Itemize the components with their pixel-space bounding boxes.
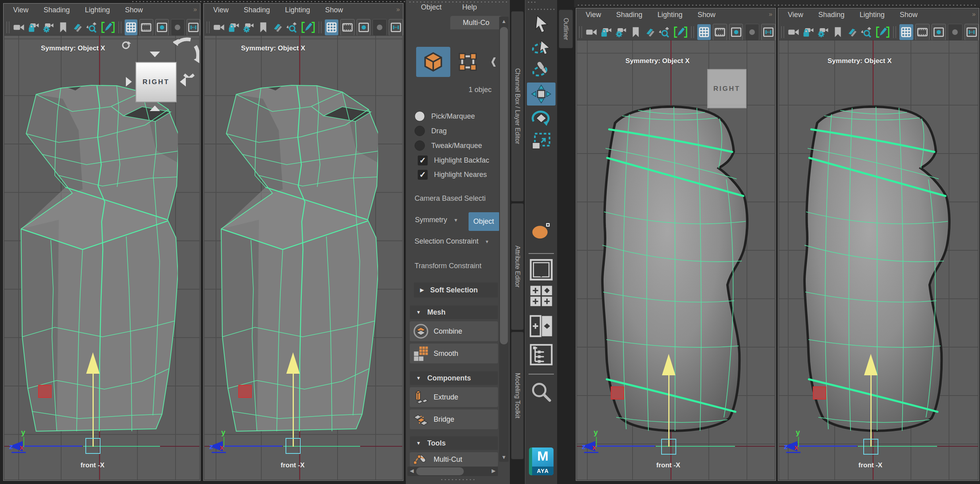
grid-button[interactable] bbox=[899, 24, 913, 40]
select-camera-icon[interactable] bbox=[213, 21, 226, 34]
section-mesh[interactable]: ▼ Mesh bbox=[410, 305, 498, 319]
view-cube-rotate-arrows[interactable] bbox=[173, 35, 199, 78]
toolbox-drag-handle[interactable] bbox=[527, 8, 556, 12]
manipulator-y-arrow[interactable] bbox=[864, 354, 878, 375]
highlight-nearest-checkbox[interactable]: ✓ bbox=[418, 170, 428, 180]
viewport-canvas[interactable]: Symmetry: Object X RIGHT y z x front -X bbox=[577, 40, 775, 480]
image-plane-icon[interactable] bbox=[71, 21, 84, 34]
pane-drag-handle[interactable] bbox=[131, 0, 405, 3]
viewport-canvas[interactable]: Symmetry: Object X y z x front -X bbox=[204, 35, 402, 480]
vertex-mode-button[interactable] bbox=[457, 51, 479, 75]
viewport-menu-show[interactable]: Show bbox=[900, 11, 918, 23]
manipulator-center-handle[interactable] bbox=[286, 438, 301, 454]
viewport-menu-show[interactable]: Show bbox=[698, 11, 716, 23]
grid-button[interactable] bbox=[697, 24, 711, 40]
lasso-tool[interactable] bbox=[531, 37, 552, 56]
viewport-menu-show[interactable]: Show bbox=[325, 6, 343, 18]
layout-two-pane-button[interactable] bbox=[530, 314, 553, 338]
bridge-button[interactable]: Bridge bbox=[410, 409, 498, 429]
bookmarks-icon[interactable] bbox=[831, 25, 844, 39]
camera-attributes-icon[interactable] bbox=[615, 25, 627, 39]
image-plane-icon[interactable] bbox=[272, 21, 284, 34]
resolution-gate-button[interactable] bbox=[155, 19, 169, 36]
scrollbar-thumb[interactable] bbox=[416, 467, 464, 475]
smooth-button[interactable]: Smooth bbox=[410, 344, 498, 363]
select-tool[interactable] bbox=[531, 14, 552, 33]
vertical-scrollbar[interactable]: ▲ ▼ bbox=[499, 17, 509, 462]
multi-component-mode-button[interactable] bbox=[416, 47, 450, 77]
field-chart-button[interactable] bbox=[389, 19, 403, 36]
resolution-gate-button[interactable] bbox=[357, 19, 371, 36]
select-camera-icon[interactable] bbox=[585, 25, 598, 39]
view-cube-right-arrow[interactable] bbox=[180, 77, 186, 86]
grease-pencil-icon[interactable] bbox=[301, 21, 315, 34]
view-cube-up-arrow[interactable] bbox=[150, 52, 160, 57]
drag-radio[interactable] bbox=[415, 126, 425, 136]
gate-mask-button[interactable] bbox=[171, 19, 184, 36]
camera-attributes-icon[interactable] bbox=[42, 21, 55, 34]
lock-camera-icon[interactable] bbox=[228, 21, 240, 34]
gate-mask-button[interactable] bbox=[372, 19, 387, 36]
bookmarks-icon[interactable] bbox=[257, 21, 270, 34]
paint-select-tool[interactable] bbox=[531, 60, 552, 79]
gate-mask-button[interactable] bbox=[948, 24, 962, 40]
manipulator-center-handle[interactable] bbox=[661, 439, 676, 455]
tab-channel-box-layer-editor[interactable]: Channel Box / Layer Editor bbox=[511, 11, 524, 202]
tab-outliner[interactable]: Outliner bbox=[559, 10, 573, 48]
search-icon[interactable] bbox=[530, 381, 552, 403]
horizontal-scrollbar[interactable]: ◀ ▶ bbox=[407, 467, 498, 476]
manipulator-x-handle[interactable] bbox=[813, 386, 826, 399]
viewport-menu-lighting[interactable]: Lighting bbox=[285, 6, 310, 18]
tab-attribute-editor[interactable]: Attribute Editor bbox=[511, 203, 524, 330]
lock-camera-icon[interactable] bbox=[802, 25, 815, 39]
bookmarks-icon[interactable] bbox=[629, 25, 642, 39]
layout-four-pane-button[interactable] bbox=[530, 285, 553, 307]
panel-drag-handle[interactable] bbox=[440, 478, 476, 481]
section-tools[interactable]: ▼ Tools bbox=[410, 436, 498, 450]
extrude-button[interactable]: Extrude bbox=[410, 387, 498, 407]
film-gate-button[interactable] bbox=[139, 19, 153, 36]
field-chart-button[interactable] bbox=[965, 24, 979, 40]
viewport-canvas[interactable]: Symmetry: Object X RIGHT y z x front -X bbox=[4, 35, 199, 480]
viewport-menu-lighting[interactable]: Lighting bbox=[85, 6, 110, 18]
film-gate-button[interactable] bbox=[915, 24, 930, 40]
lock-camera-icon[interactable] bbox=[27, 21, 40, 34]
manipulator-center-handle[interactable] bbox=[863, 439, 878, 455]
viewport-menu-view[interactable]: View bbox=[586, 11, 601, 23]
pick-marquee-radio[interactable] bbox=[415, 111, 425, 121]
bookmarks-icon[interactable] bbox=[57, 21, 69, 34]
scroll-right-arrow[interactable]: ▶ bbox=[492, 468, 496, 474]
soft-modification-tool[interactable] bbox=[531, 221, 552, 240]
viewport-canvas[interactable]: Symmetry: Object X y z x front -X bbox=[779, 40, 978, 480]
manipulator-x-handle[interactable] bbox=[38, 385, 52, 398]
manipulator-x-handle[interactable] bbox=[611, 386, 624, 399]
viewport-menu-view[interactable]: View bbox=[788, 11, 803, 23]
menu-overflow-icon[interactable]: » bbox=[396, 6, 399, 13]
grid-button[interactable] bbox=[325, 19, 338, 35]
film-gate-button[interactable] bbox=[340, 19, 355, 36]
scroll-up-arrow[interactable]: ▲ bbox=[499, 18, 509, 24]
viewport-menu-show[interactable]: Show bbox=[125, 6, 143, 18]
object-menu[interactable]: Object bbox=[421, 3, 442, 12]
pane-drag-handle[interactable] bbox=[577, 4, 978, 6]
menu-overflow-icon[interactable]: » bbox=[972, 11, 975, 18]
field-chart-button[interactable] bbox=[187, 19, 200, 36]
view-cube[interactable]: RIGHT bbox=[707, 69, 747, 108]
layout-pane-outliner-button[interactable] bbox=[530, 343, 553, 367]
tab-modeling-toolkit[interactable]: Modeling Toolkit bbox=[511, 332, 524, 459]
field-chart-button[interactable] bbox=[761, 24, 776, 40]
camera-attributes-icon[interactable] bbox=[817, 25, 830, 39]
view-cube-down-arrow[interactable] bbox=[150, 106, 160, 111]
section-components[interactable]: ▼ Components bbox=[410, 371, 498, 385]
select-camera-icon[interactable] bbox=[13, 21, 25, 34]
grid-button[interactable] bbox=[125, 19, 137, 35]
expand-chevron-icon[interactable]: ‹ bbox=[491, 47, 496, 73]
menu-overflow-icon[interactable]: » bbox=[769, 11, 772, 18]
grease-pencil-icon[interactable] bbox=[673, 25, 688, 39]
tweak-marquee-radio[interactable] bbox=[415, 140, 425, 151]
lock-camera-icon[interactable] bbox=[600, 25, 613, 39]
toolbox-grip[interactable] bbox=[527, 1, 537, 6]
symmetry-object-x-button[interactable]: Object bbox=[469, 212, 500, 231]
viewport-menu-shading[interactable]: Shading bbox=[244, 6, 270, 18]
grease-pencil-icon[interactable] bbox=[101, 21, 115, 34]
